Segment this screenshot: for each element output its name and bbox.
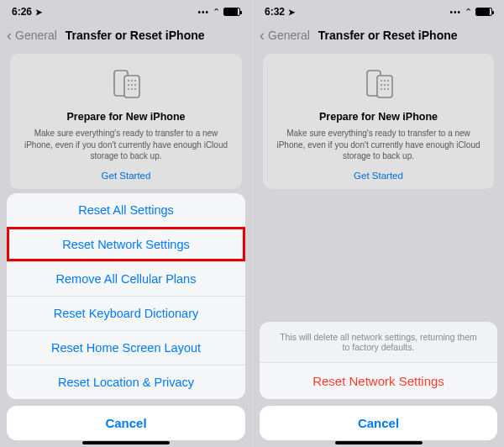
confirm-reset-network-button[interactable]: Reset Network Settings xyxy=(260,362,497,399)
action-sheet-options: Reset All Settings Reset Network Setting… xyxy=(7,193,245,399)
reset-all-settings-option[interactable]: Reset All Settings xyxy=(7,193,245,227)
reset-location-privacy-option[interactable]: Reset Location & Privacy xyxy=(7,365,245,399)
reset-network-settings-option[interactable]: Reset Network Settings xyxy=(7,227,245,261)
action-sheet: Reset All Settings Reset Network Setting… xyxy=(7,193,245,440)
screen-confirm-reset: 6:32 ➤ ••• ⌃ ‹ General Transfer or Reset… xyxy=(252,0,504,447)
reset-home-screen-layout-option[interactable]: Reset Home Screen Layout xyxy=(7,330,245,365)
reset-keyboard-dictionary-option[interactable]: Reset Keyboard Dictionary xyxy=(7,296,245,330)
cancel-button[interactable]: Cancel xyxy=(260,406,497,440)
home-indicator[interactable] xyxy=(335,441,423,444)
confirm-message: This will delete all network settings, r… xyxy=(260,322,497,362)
screen-reset-options: 6:26 ➤ ••• ⌃ ‹ General Transfer or Reset… xyxy=(0,0,252,447)
confirm-sheet: This will delete all network settings, r… xyxy=(260,322,497,440)
cancel-button[interactable]: Cancel xyxy=(7,406,245,440)
confirm-group: This will delete all network settings, r… xyxy=(260,322,497,399)
home-indicator[interactable] xyxy=(82,441,170,444)
remove-cellular-plans-option[interactable]: Remove All Cellular Plans xyxy=(7,261,245,296)
